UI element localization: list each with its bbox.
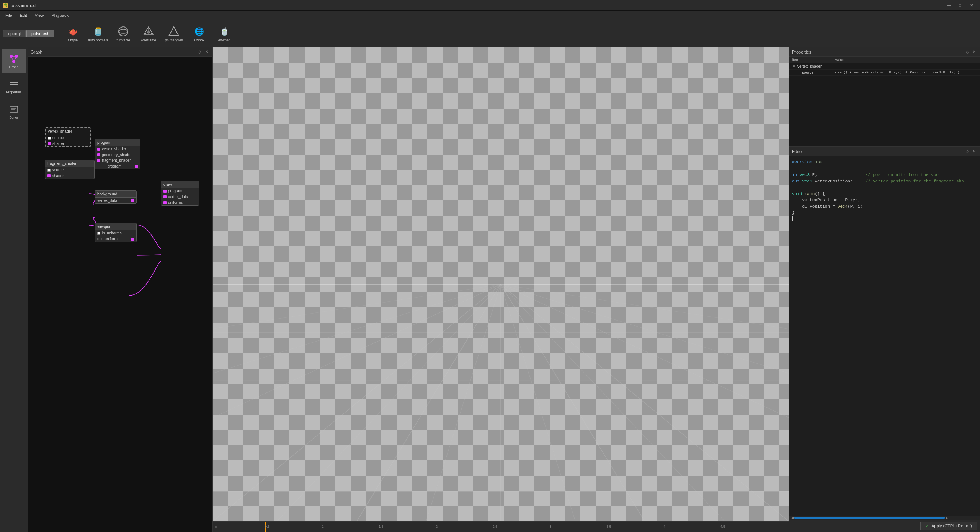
graph-canvas[interactable]: vertex_shader source shader fragment_sha… [28,57,212,532]
port-bg-vd-dot [131,199,134,202]
timeline-bar[interactable]: 0 0.5 1 1.5 2 2.5 3 3.5 4 4.5 [213,521,789,532]
editor-pin-button[interactable]: ◇ [965,149,970,154]
node-vertex-shader[interactable]: vertex_shader source shader [45,127,91,147]
window-controls: — □ ✕ [943,2,977,9]
right-panels: Properties ◇ ✕ item value [789,47,980,532]
wireframe-icon [142,25,155,37]
timeline-inner[interactable]: 0.5 1 1.5 2 2.5 3 3.5 4 4.5 [219,522,789,532]
editor-scrollbar[interactable]: ◀ ▶ [789,516,980,520]
maximize-button[interactable]: □ [955,2,965,9]
sidebar-properties-label: Properties [6,90,21,94]
graph-panel: Graph ◇ ✕ vertex_shader [28,47,213,532]
sidebar-tool-properties[interactable]: Properties [2,74,26,99]
editor-close-button[interactable]: ✕ [972,149,977,154]
scrollbar-thumb[interactable] [794,517,945,519]
port-bg-vd: vertex_data [95,198,136,203]
tool-pn-triangles[interactable]: pn triangles [162,21,186,46]
viewport-panel[interactable]: 0 0.5 1 1.5 2 2.5 3 3.5 4 4.5 [213,47,789,532]
port-draw-program: program [161,188,199,194]
port-prog-out: program [95,163,140,169]
sidebar-tool-editor[interactable]: Editor [2,99,26,124]
editor-panel-header: Editor ◇ ✕ [789,147,980,156]
port-vp-out-dot [131,238,134,241]
app-title: possumwood [11,3,36,8]
properties-table: item value ▼vertex_shader [789,57,980,146]
tool-auto-normals[interactable]: 🫙 auto normals [86,21,110,46]
editor-panel: Editor ◇ ✕ #version 130 in vec3 P; // po… [789,147,980,532]
node-fragment-shader[interactable]: fragment_shader source shader [45,160,95,179]
graph-panel-header: Graph ◇ ✕ [28,47,212,57]
port-shader-dot [48,142,51,145]
graph-close-button[interactable]: ✕ [204,49,209,55]
tl-1-5: 1.5 [379,525,384,529]
svg-rect-13 [10,82,18,83]
props-col-item: item [789,57,832,63]
tool-skybox-label: skybox [194,38,204,42]
props-source-value[interactable]: main() { vertexPosition = P.xyz; gl_Posi… [832,70,980,76]
grid-svg [213,47,789,521]
svg-line-41 [501,285,575,522]
timeline-start: 0 [213,525,219,529]
port-draw-vd-dot [163,195,167,198]
port-vp-out: out_uniforms [95,236,136,242]
tool-skybox[interactable]: 🌐 skybox [187,21,211,46]
svg-line-31 [501,285,645,522]
port-prog-vs-label: vertex_shader [102,147,126,151]
node-program[interactable]: program vertex_shader geometry_shader fr… [95,139,140,169]
menu-playback[interactable]: Playback [47,11,72,20]
port-shader-label: shader [52,142,64,146]
svg-line-33 [213,285,501,418]
graph-pin-button[interactable]: ◇ [197,49,203,55]
turntable-icon [117,25,129,37]
node-viewport[interactable]: viewport in_uniforms out_uniforms [95,223,137,242]
properties-pin-button[interactable]: ◇ [965,49,970,55]
node-draw[interactable]: draw program vertex_data uniforms [161,181,199,206]
port-vs-source: source [46,135,90,141]
scroll-right-arrow[interactable]: ▶ [945,516,949,520]
port-draw-vd-label: vertex_data [168,195,188,199]
properties-tool-icon [8,79,19,89]
properties-close-button[interactable]: ✕ [972,49,977,55]
tab-opengl[interactable]: opengl [3,30,26,37]
port-source-label: source [52,136,64,140]
tool-turntable[interactable]: turntable [111,21,136,46]
tl-2-5: 2.5 [493,525,498,529]
editor-panel-controls: ◇ ✕ [965,149,977,154]
port-bg-vd-label: vertex_data [97,198,117,203]
menu-file[interactable]: File [2,11,16,20]
tool-wireframe[interactable]: wireframe [136,21,161,46]
tool-envmap[interactable]: 🍵 envmap [212,21,237,46]
checkerboard-view [213,47,789,521]
menu-edit[interactable]: Edit [16,11,31,20]
editor-tool-icon [8,104,19,115]
props-col-value: value [832,57,980,63]
node-background-title: background [95,191,136,198]
sidebar-tool-graph[interactable]: Graph [2,49,26,73]
tab-polymesh[interactable]: polymesh [26,30,54,37]
svg-line-11 [11,56,14,62]
tl-1: 1 [322,525,324,529]
properties-panel-header: Properties ◇ ✕ [789,47,980,57]
tool-envmap-label: envmap [218,38,230,42]
node-background[interactable]: background vertex_data [95,190,137,204]
auto-normals-icon: 🫙 [92,25,104,37]
port-vp-out-label: out_uniforms [97,237,119,241]
checkmark-icon: ✓ [925,524,929,528]
code-editor[interactable]: #version 130 in vec3 P; // position attr… [789,156,980,516]
svg-line-29 [357,285,501,522]
editor-panel-title: Editor [792,149,962,154]
tree-expand-arrow[interactable]: ▼ [792,64,796,68]
port-prog-gs-dot [97,153,100,156]
graph-panel-title: Graph [31,50,195,54]
apply-button[interactable]: ✓ Apply (CTRL+Return) [920,522,977,530]
minimize-button[interactable]: — [943,2,954,9]
port-draw-program-label: program [168,189,182,193]
svg-line-39 [277,285,501,522]
tool-simple[interactable]: 🫖 simple [60,21,85,46]
toolbar: opengl polymesh 🫖 simple 🫙 auto normals … [0,20,980,47]
props-source-item: —source [789,70,832,76]
menu-view[interactable]: View [31,11,48,20]
scroll-left-arrow[interactable]: ◀ [791,516,794,520]
close-button[interactable]: ✕ [966,2,977,9]
port-draw-uniforms-dot [163,201,167,204]
